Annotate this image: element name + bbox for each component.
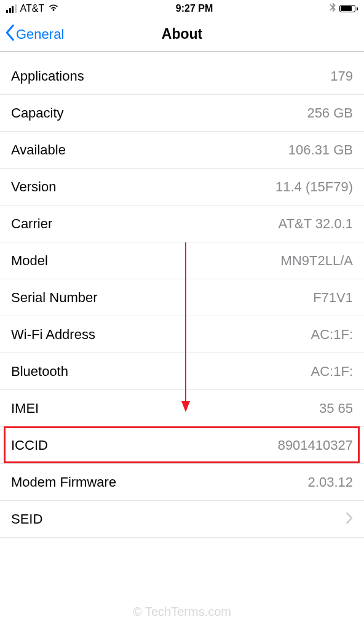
row-value: 256 GB [307, 105, 353, 121]
row-label: Available [11, 142, 66, 158]
row-seid[interactable]: SEID [0, 501, 364, 538]
row-capacity[interactable]: Capacity 256 GB [0, 95, 364, 132]
bluetooth-icon [330, 2, 336, 15]
row-value: 2.03.12 [308, 474, 353, 490]
row-value: 8901410327 [278, 437, 353, 453]
row-label: Modem Firmware [11, 474, 116, 490]
status-bar: AT&T 9:27 PM [0, 0, 364, 17]
row-value: MN9T2LL/A [281, 253, 353, 269]
status-right [330, 2, 358, 15]
carrier-label: AT&T [20, 3, 45, 14]
row-label: Serial Number [11, 290, 98, 306]
row-label: IMEI [11, 401, 39, 417]
row-label: Version [11, 179, 56, 195]
row-label: Model [11, 253, 48, 269]
watermark: © TechTerms.com [0, 605, 364, 619]
back-button[interactable]: General [5, 25, 64, 44]
row-wifi-address[interactable]: Wi-Fi Address AC:1F: [0, 316, 364, 353]
back-label: General [16, 26, 64, 42]
nav-bar: General About [0, 17, 364, 52]
chevron-left-icon [5, 25, 15, 44]
row-label: Wi-Fi Address [11, 327, 95, 343]
status-left: AT&T [6, 3, 59, 14]
row-value: 179 [330, 68, 353, 84]
row-serial-number[interactable]: Serial Number F71V1 [0, 279, 364, 316]
row-value: F71V1 [313, 290, 353, 306]
row-available[interactable]: Available 106.31 GB [0, 132, 364, 169]
row-label: SEID [11, 511, 42, 527]
signal-icon [6, 4, 17, 13]
row-carrier[interactable]: Carrier AT&T 32.0.1 [0, 205, 364, 242]
row-applications[interactable]: Applications 179 [0, 58, 364, 95]
row-label: Capacity [11, 105, 64, 121]
row-imei[interactable]: IMEI 35 65 [0, 390, 364, 427]
status-time: 9:27 PM [176, 3, 213, 14]
row-bluetooth[interactable]: Bluetooth AC:1F: [0, 353, 364, 390]
chevron-right-icon [346, 511, 353, 527]
row-value: 35 65 [319, 401, 353, 417]
battery-icon [339, 5, 358, 12]
row-value: AT&T 32.0.1 [279, 216, 353, 232]
row-iccid[interactable]: ICCID 8901410327 [0, 427, 364, 464]
row-value: 11.4 (15F79) [275, 179, 353, 195]
row-modem-firmware[interactable]: Modem Firmware 2.03.12 [0, 464, 364, 501]
row-label: Bluetooth [11, 364, 68, 380]
row-label: ICCID [11, 437, 48, 453]
wifi-icon [48, 3, 59, 14]
row-value: AC:1F: [311, 364, 353, 380]
row-value: AC:1F: [311, 327, 353, 343]
row-version[interactable]: Version 11.4 (15F79) [0, 169, 364, 205]
about-list[interactable]: Applications 179 Capacity 256 GB Availab… [0, 58, 364, 538]
row-value: 106.31 GB [288, 142, 353, 158]
row-model[interactable]: Model MN9T2LL/A [0, 242, 364, 279]
row-label: Applications [11, 68, 84, 84]
row-label: Carrier [11, 216, 52, 232]
